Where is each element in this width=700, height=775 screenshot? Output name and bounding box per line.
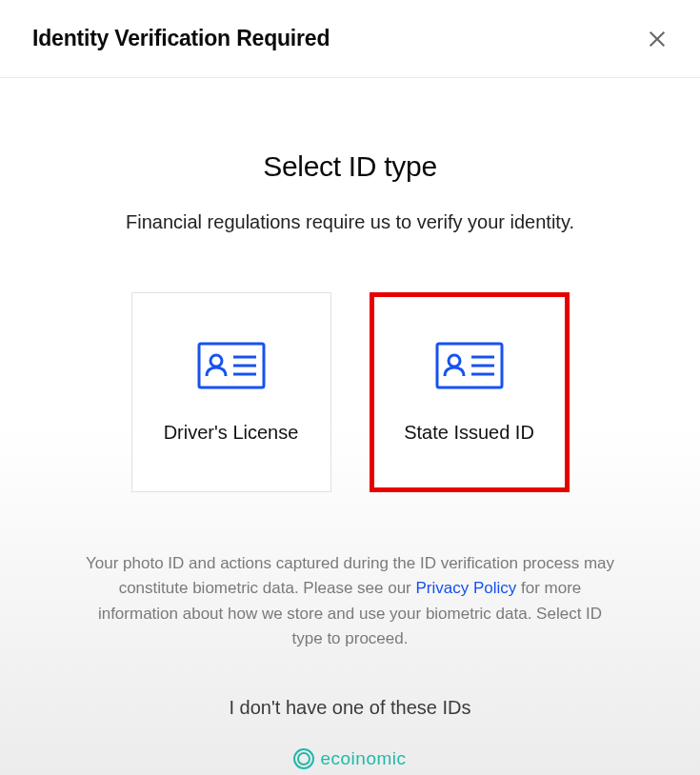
page-subtitle: Financial regulations require us to veri…	[0, 211, 700, 233]
close-icon	[647, 29, 668, 50]
option-drivers-license[interactable]: Driver's License	[131, 292, 331, 492]
no-id-link[interactable]: I don't have one of these IDs	[0, 697, 700, 719]
footer-brand: ecoinomic	[0, 748, 700, 769]
option-label: State Issued ID	[404, 422, 534, 444]
modal-header: Identity Verification Required	[0, 0, 700, 78]
option-label: Driver's License	[164, 422, 299, 444]
id-card-icon	[435, 342, 504, 389]
close-button[interactable]	[643, 25, 671, 53]
modal-body: Select ID type Financial regulations req…	[0, 78, 700, 775]
modal-title: Identity Verification Required	[32, 26, 330, 51]
biometric-disclaimer: Your photo ID and actions captured durin…	[65, 551, 636, 651]
page-title: Select ID type	[0, 150, 700, 183]
id-card-icon	[197, 342, 266, 389]
svg-point-8	[449, 355, 460, 367]
privacy-policy-link[interactable]: Privacy Policy	[416, 579, 517, 597]
brand-name: ecoinomic	[320, 748, 406, 769]
identity-verification-modal: Identity Verification Required Select ID…	[0, 0, 700, 775]
id-type-options: Driver's License State Issued ID	[0, 292, 700, 492]
svg-point-3	[210, 355, 222, 367]
brand-logo-icon	[293, 748, 314, 769]
option-state-issued-id[interactable]: State Issued ID	[370, 292, 570, 492]
